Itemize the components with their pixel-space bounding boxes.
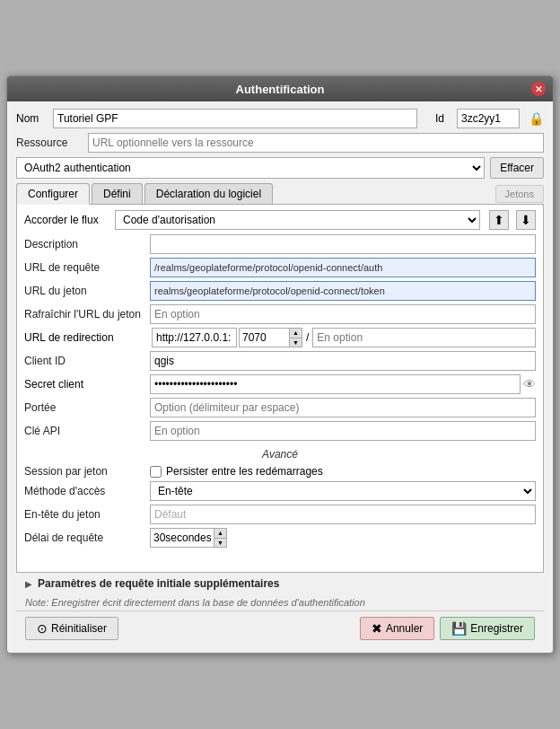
auth-method-select[interactable]: OAuth2 authentication <box>16 157 485 179</box>
accorder-select[interactable]: Code d'autorisation <box>115 210 480 230</box>
lock-icon: 🔒 <box>529 111 544 126</box>
dialog-title: Authentification <box>29 83 531 96</box>
delai-spinner: ▲ ▼ <box>150 528 227 548</box>
id-label: Id <box>435 112 451 125</box>
url-jeton-row: URL du jeton <box>24 281 536 301</box>
note-text: Note: Enregistrer écrit directement dans… <box>25 597 365 608</box>
secret-input[interactable] <box>150 374 521 394</box>
entete-input[interactable] <box>150 505 536 524</box>
download-icon-btn[interactable]: ⬇ <box>516 210 536 230</box>
delai-label: Délai de requête <box>24 531 150 544</box>
description-label: Description <box>24 238 150 250</box>
delai-up-button[interactable]: ▲ <box>214 529 226 539</box>
rafraichir-input[interactable] <box>150 304 536 324</box>
url-redirection-label: URL de redirection <box>24 331 150 344</box>
url-jeton-input[interactable] <box>150 281 536 301</box>
footer: ⊙ Réinitialiser ✖ Annuler 💾 Enregistrer <box>16 610 544 646</box>
secret-label: Secret client <box>24 378 150 391</box>
redirect-opt-input[interactable] <box>312 328 536 347</box>
nom-label: Nom <box>16 112 48 125</box>
authentication-dialog: Authentification ✕ Nom Id 🔒 Ressource OA… <box>6 75 554 654</box>
url-requete-label: URL de requête <box>24 261 150 274</box>
jetons-button[interactable]: Jetons <box>495 185 544 203</box>
url-redirection-row: URL de redirection ▲ ▼ / <box>24 328 536 347</box>
delai-input[interactable] <box>151 529 214 547</box>
annuler-icon: ✖ <box>372 621 382 636</box>
url-requete-row: URL de requête <box>24 258 536 277</box>
close-button[interactable]: ✕ <box>531 82 546 96</box>
enregistrer-button[interactable]: 💾 Enregistrer <box>440 617 535 640</box>
reinitialiser-label: Réinitialiser <box>51 622 107 635</box>
tab-configurer[interactable]: Configurer <box>16 183 90 205</box>
params-label: Paramètres de requête initiale supplémen… <box>38 577 279 590</box>
methode-select[interactable]: En-tête <box>150 481 536 501</box>
resource-label: Ressource <box>16 136 88 149</box>
methode-row: Méthode d'accès En-tête <box>24 481 536 501</box>
annuler-button[interactable]: ✖ Annuler <box>360 617 434 640</box>
dialog-body: Nom Id 🔒 Ressource OAuth2 authentication… <box>7 101 553 653</box>
tab-declaration[interactable]: Déclaration du logiciel <box>144 183 273 204</box>
entete-label: En-tête du jeton <box>24 508 150 521</box>
resource-row: Ressource <box>16 133 544 153</box>
port-input[interactable] <box>240 329 289 347</box>
reinitialiser-button[interactable]: ⊙ Réinitialiser <box>25 617 118 640</box>
session-row: Session par jeton Persister entre les re… <box>24 465 536 478</box>
port-up-button[interactable]: ▲ <box>289 329 302 338</box>
enregistrer-icon: 💾 <box>451 621 467 636</box>
scroll-area[interactable]: Description URL de requête URL du jeton … <box>24 234 536 567</box>
client-id-input[interactable] <box>150 351 536 371</box>
portee-row: Portée <box>24 398 536 417</box>
portee-input[interactable] <box>150 398 536 417</box>
entete-row: En-tête du jeton <box>24 505 536 524</box>
effacer-button[interactable]: Effacer <box>490 157 544 179</box>
session-checkbox[interactable] <box>150 466 162 478</box>
upload-icon-btn[interactable]: ⬆ <box>489 210 509 230</box>
url-jeton-label: URL du jeton <box>24 285 150 297</box>
description-input[interactable] <box>150 234 536 254</box>
redirect-host-input[interactable] <box>152 328 237 347</box>
accorder-row: Accorder le flux Code d'autorisation ⬆ ⬇ <box>24 210 536 230</box>
client-id-row: Client ID <box>24 351 536 371</box>
auth-method-row: OAuth2 authentication Effacer <box>16 157 544 179</box>
id-input[interactable] <box>457 109 520 128</box>
rafraichir-row: Rafraîchir l'URL du jeton <box>24 304 536 324</box>
portee-label: Portée <box>24 401 150 414</box>
enregistrer-label: Enregistrer <box>470 622 523 635</box>
cle-api-input[interactable] <box>150 421 536 441</box>
reinitialiser-icon: ⊙ <box>37 621 48 636</box>
cle-api-row: Clé API <box>24 421 536 441</box>
titlebar: Authentification ✕ <box>7 76 553 101</box>
resource-input[interactable] <box>88 133 544 153</box>
secret-row: Secret client 👁 <box>24 374 536 394</box>
tab-defini[interactable]: Défini <box>92 183 143 204</box>
cle-api-label: Clé API <box>24 425 150 437</box>
annuler-label: Annuler <box>386 622 423 635</box>
params-arrow-icon: ▶ <box>25 579 32 589</box>
tabs: Configurer Défini Déclaration du logicie… <box>16 183 544 205</box>
session-checkbox-label: Persister entre les redémarrages <box>166 465 323 478</box>
port-spinner: ▲ ▼ <box>239 328 302 347</box>
port-down-button[interactable]: ▼ <box>289 338 302 347</box>
client-id-label: Client ID <box>24 355 150 367</box>
eye-icon[interactable]: 👁 <box>523 377 536 391</box>
avance-header: Avancé <box>24 448 536 461</box>
url-requete-input[interactable] <box>150 258 536 277</box>
methode-label: Méthode d'accès <box>24 485 150 497</box>
tab-content: Accorder le flux Code d'autorisation ⬆ ⬇… <box>16 205 544 573</box>
params-row[interactable]: ▶ Paramètres de requête initiale supplém… <box>16 573 544 594</box>
nom-row: Nom Id 🔒 <box>16 109 544 128</box>
nom-input[interactable] <box>53 109 417 128</box>
redirect-slash: / <box>304 331 311 344</box>
rafraichir-label: Rafraîchir l'URL du jeton <box>24 308 150 321</box>
description-row: Description <box>24 234 536 254</box>
accorder-label: Accorder le flux <box>24 214 109 226</box>
session-label: Session par jeton <box>24 465 150 478</box>
delai-row: Délai de requête ▲ ▼ <box>24 528 536 548</box>
delai-down-button[interactable]: ▼ <box>214 539 226 548</box>
note-row: Note: Enregistrer écrit directement dans… <box>16 594 544 610</box>
